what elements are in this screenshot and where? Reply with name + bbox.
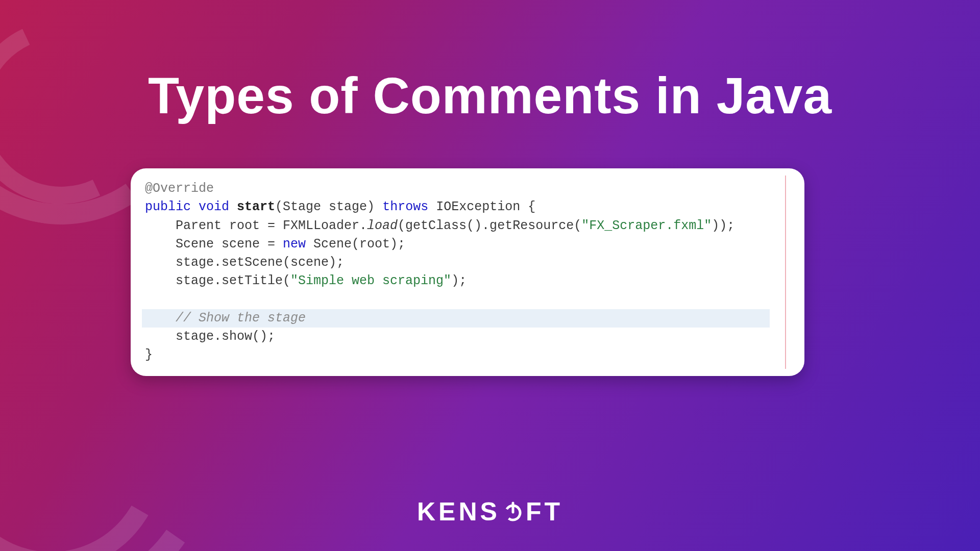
- code-keyword: public: [145, 199, 191, 214]
- code-text: ));: [712, 218, 734, 233]
- code-string: "Simple web scraping": [290, 273, 451, 288]
- brand-text-pre: KENS: [417, 497, 500, 526]
- code-text: stage.show();: [176, 329, 275, 344]
- code-text: );: [451, 273, 467, 288]
- code-keyword: throws: [382, 199, 428, 214]
- code-string: "FX_Scraper.fxml": [581, 218, 712, 233]
- code-text: stage.setTitle(: [176, 273, 290, 288]
- code-method-name: start: [237, 199, 275, 214]
- brand-text-post: FT: [526, 497, 563, 526]
- code-text: Scene(root);: [306, 237, 405, 252]
- code-text: }: [145, 347, 153, 362]
- brand-logo: KENSFT: [0, 497, 980, 529]
- code-annotation: @Override: [145, 181, 214, 196]
- code-text: (Stage stage): [275, 199, 375, 214]
- code-keyword: void: [199, 199, 229, 214]
- code-text: Parent root = FXMLLoader.: [176, 218, 367, 233]
- code-text: IOException {: [436, 199, 535, 214]
- code-keyword: new: [283, 237, 306, 252]
- code-card: @Override public void start(Stage stage)…: [131, 168, 804, 376]
- code-text: (getClass().getResource(: [398, 218, 581, 233]
- code-text: stage.setScene(scene);: [176, 255, 344, 270]
- code-block: @Override public void start(Stage stage)…: [145, 180, 790, 365]
- code-static-call: load: [367, 218, 398, 233]
- code-text: Scene scene =: [176, 237, 283, 252]
- code-comment: // Show the stage: [176, 311, 306, 325]
- slide-title: Types of Comments in Java: [0, 66, 980, 125]
- power-icon: [502, 499, 524, 529]
